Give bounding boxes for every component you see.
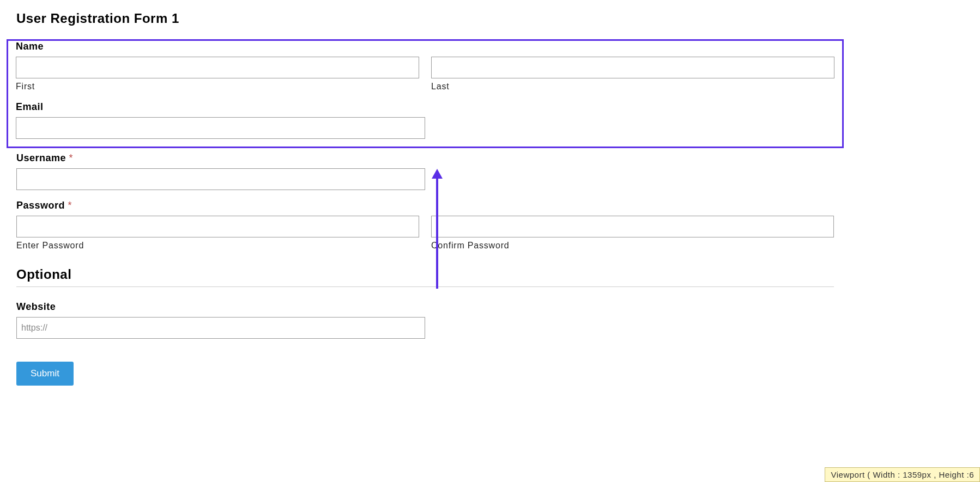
password-label: Password * [16, 200, 834, 211]
first-name-sublabel: First [16, 82, 419, 91]
name-field-group: Name First Last [16, 41, 834, 91]
password-field-group: Password * Enter Password Confirm Passwo… [16, 200, 834, 251]
confirm-password-input[interactable] [431, 216, 834, 237]
website-field-group: Website [16, 301, 834, 339]
required-asterisk-icon: * [69, 152, 74, 163]
last-name-sublabel: Last [431, 82, 834, 91]
password-input[interactable] [16, 216, 419, 237]
username-field-group: Username * [16, 152, 834, 190]
email-field-group: Email [16, 101, 834, 139]
name-label: Name [16, 41, 834, 52]
username-label-text: Username [16, 152, 66, 163]
website-label: Website [16, 301, 834, 313]
required-asterisk-icon: * [68, 200, 72, 211]
website-input[interactable] [16, 317, 425, 339]
form-title: User Registration Form 1 [16, 11, 834, 26]
enter-password-sublabel: Enter Password [16, 241, 419, 251]
section-divider [16, 286, 834, 287]
email-label: Email [16, 101, 834, 113]
annotation-highlight-box: Name First Last Email [7, 39, 844, 148]
submit-button[interactable]: Submit [16, 362, 74, 386]
username-input[interactable] [16, 168, 425, 190]
optional-section-heading: Optional [16, 267, 834, 282]
last-name-input[interactable] [431, 57, 834, 78]
confirm-password-sublabel: Confirm Password [431, 241, 834, 251]
first-name-input[interactable] [16, 57, 419, 78]
password-label-text: Password [16, 200, 65, 211]
username-label: Username * [16, 152, 834, 164]
email-input[interactable] [16, 117, 425, 139]
